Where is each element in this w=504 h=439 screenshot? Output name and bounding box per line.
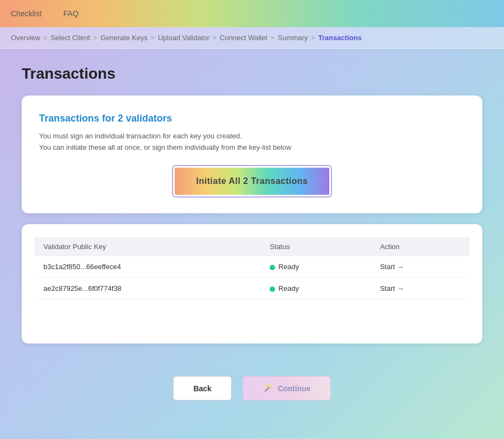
action-cell: Start →	[371, 278, 469, 300]
status-dot	[270, 265, 275, 270]
sep5: >	[271, 34, 275, 42]
table-row: b3c1a2f850...66eeffece4ReadyStart →	[35, 256, 469, 278]
initiate-card: Transactions for 2 validators You must s…	[22, 96, 482, 213]
status-dot	[270, 287, 275, 292]
validator-key-cell: b3c1a2f850...66eeffece4	[35, 256, 261, 278]
table-header-row: Validator Public Key Status Action	[35, 237, 469, 256]
card-title: Transactions for 2 validators	[39, 113, 465, 124]
start-link[interactable]: Start →	[380, 263, 404, 271]
sep3: >	[151, 34, 155, 42]
breadcrumb-generate-keys[interactable]: Generate Keys	[100, 34, 148, 42]
card-desc-1: You must sign an individual transaction …	[39, 132, 465, 140]
initiate-all-button[interactable]: Initiate All 2 Transactions	[174, 167, 331, 196]
col-status: Status	[261, 237, 371, 256]
breadcrumb-transactions[interactable]: Transactions	[318, 34, 361, 42]
back-button[interactable]: Back	[173, 376, 231, 400]
breadcrumb-summary[interactable]: Summary	[278, 34, 308, 42]
card-desc-2: You can initiate these all at once, or s…	[39, 143, 465, 151]
status-cell: Ready	[261, 256, 371, 278]
footer: Back 🪄 Continue	[0, 360, 504, 411]
page-title: Transactions	[22, 65, 482, 82]
table-row: ae2c87925e...6f0f774f38ReadyStart →	[35, 278, 469, 300]
status-cell: Ready	[261, 278, 371, 300]
col-action: Action	[371, 237, 469, 256]
action-cell: Start →	[371, 256, 469, 278]
initiate-btn-wrap: Initiate All 2 Transactions	[39, 167, 465, 196]
validator-key-cell: ae2c87925e...6f0f774f38	[35, 278, 261, 300]
sep6: >	[311, 34, 315, 42]
validators-table-card: Validator Public Key Status Action b3c1a…	[22, 224, 482, 343]
breadcrumb-select-client[interactable]: Select Client	[50, 34, 90, 42]
col-validator-key: Validator Public Key	[35, 237, 261, 256]
main-content: Transactions Transactions for 2 validato…	[0, 49, 504, 360]
breadcrumb-overview[interactable]: Overview	[11, 34, 40, 42]
validators-table: Validator Public Key Status Action b3c1a…	[35, 237, 469, 300]
continue-label: Continue	[278, 384, 311, 393]
faq-link[interactable]: FAQ	[63, 9, 79, 18]
sep2: >	[93, 34, 97, 42]
start-link[interactable]: Start →	[380, 284, 404, 292]
checklist-link[interactable]: Checklist	[11, 9, 42, 18]
breadcrumb-upload-validator[interactable]: Upload Validator	[158, 34, 209, 42]
sep4: >	[213, 34, 216, 42]
top-bar: Checklist FAQ	[0, 0, 504, 27]
breadcrumb: Overview > Select Client > Generate Keys…	[0, 27, 504, 49]
continue-button[interactable]: 🪄 Continue	[243, 376, 331, 400]
continue-icon: 🪄	[263, 383, 273, 393]
sep1: >	[43, 34, 47, 42]
breadcrumb-connect-wallet[interactable]: Connect Wallet	[220, 34, 267, 42]
